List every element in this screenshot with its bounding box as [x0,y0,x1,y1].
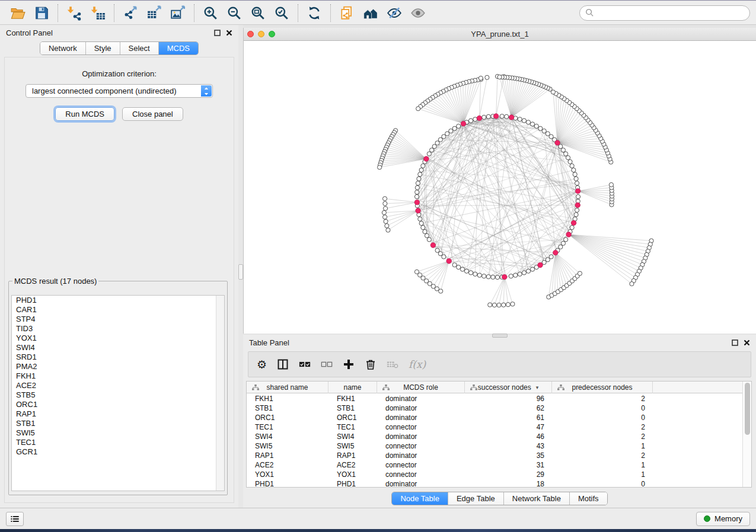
close-panel-button[interactable]: Close panel [122,107,183,121]
network-node[interactable] [491,275,495,279]
network-node[interactable] [574,213,578,217]
search-input[interactable] [598,8,744,18]
network-node[interactable] [530,122,534,126]
cell-mcds-role[interactable]: connector [377,441,465,451]
network-node[interactable] [534,124,538,128]
network-node[interactable] [511,302,515,306]
export-table-button[interactable] [142,4,166,23]
cell-successor-nodes[interactable]: 47 [465,422,552,432]
network-node[interactable] [382,215,387,219]
network-node[interactable] [429,148,433,152]
horizontal-splitter-handle[interactable] [492,334,508,338]
network-node[interactable] [522,271,526,275]
network-node[interactable] [564,238,568,242]
mcds-network-node[interactable] [502,274,508,280]
column-header-successor-nodes[interactable]: successor nodes▾ [465,382,552,393]
automation-panel-button[interactable] [6,512,24,526]
network-node[interactable] [526,269,530,273]
show-all-button[interactable] [406,4,430,23]
select-all-columns-button[interactable] [299,358,311,370]
network-node[interactable] [468,118,473,123]
cell-name[interactable]: ORC1 [328,413,377,422]
deselect-all-columns-button[interactable] [321,358,333,370]
network-node[interactable] [518,117,522,121]
network-node[interactable] [416,107,420,111]
cell-predecessor-nodes[interactable]: 0 [552,413,653,422]
table-row[interactable]: YOX1YOX1connector291 [247,470,742,479]
mcds-network-node[interactable] [461,121,466,126]
network-node[interactable] [495,275,499,279]
network-node[interactable] [502,303,506,307]
network-node[interactable] [457,124,461,128]
network-node[interactable] [438,137,442,142]
import-table-button[interactable] [86,4,110,23]
mcds-network-node[interactable] [446,258,452,264]
network-node[interactable] [382,197,387,201]
cell-shared-name[interactable]: PHD1 [247,479,328,488]
mcds-network-node[interactable] [424,156,429,162]
network-node[interactable] [421,225,425,229]
close-panel-icon[interactable] [226,30,232,36]
table-row[interactable]: SWI5SWI5connector431 [247,441,742,451]
window-zoom-button[interactable] [269,31,275,37]
cell-predecessor-nodes[interactable]: 0 [552,479,653,488]
cell-shared-name[interactable]: ACE2 [247,460,328,470]
float-panel-icon[interactable] [732,339,738,346]
network-node[interactable] [482,274,486,278]
network-node[interactable] [522,118,526,123]
cell-predecessor-nodes[interactable]: 1 [552,470,653,479]
network-node[interactable] [609,182,613,187]
mcds-network-node[interactable] [555,140,560,146]
network-node[interactable] [419,168,423,172]
cell-successor-nodes[interactable]: 29 [465,470,552,479]
window-minimize-button[interactable] [258,31,264,37]
open-file-button[interactable] [6,4,30,23]
memory-button[interactable]: Memory [696,512,750,526]
network-node[interactable] [576,194,580,198]
cell-predecessor-nodes[interactable]: 2 [552,422,653,432]
apply-layout-button[interactable] [302,4,326,23]
mcds-result-item[interactable]: FKH1 [12,371,216,381]
cell-shared-name[interactable]: ORC1 [247,413,328,422]
mcds-network-node[interactable] [414,200,420,205]
network-node[interactable] [486,275,490,279]
cell-successor-nodes[interactable]: 61 [465,413,552,422]
save-session-button[interactable] [30,4,53,23]
network-node[interactable] [423,229,427,233]
network-node[interactable] [526,120,530,124]
network-node[interactable] [492,303,496,307]
cell-shared-name[interactable]: RAP1 [247,451,328,460]
network-node[interactable] [452,263,457,267]
network-node[interactable] [513,273,518,277]
network-node[interactable] [485,75,489,79]
network-node[interactable] [575,208,579,212]
mcds-result-item[interactable]: STB5 [12,390,216,400]
network-node[interactable] [457,265,461,269]
column-header-name[interactable]: name [328,382,377,393]
column-menu-arrow-icon[interactable]: ▾ [536,384,539,390]
network-node[interactable] [574,177,578,181]
network-node[interactable] [427,238,431,242]
first-neighbors-button[interactable] [359,4,382,23]
network-node[interactable] [497,75,502,79]
scrollbar-thumb[interactable] [745,383,750,435]
mcds-result-item[interactable]: PMA2 [12,362,216,371]
cell-successor-nodes[interactable]: 96 [465,394,552,403]
mcds-result-item[interactable]: SWI5 [12,428,216,438]
network-node[interactable] [460,267,464,271]
zoom-fit-button[interactable] [246,4,270,23]
mcds-result-item[interactable]: TID3 [12,324,216,334]
cell-successor-nodes[interactable]: 31 [465,460,552,470]
mcds-network-node[interactable] [493,114,499,119]
vertical-splitter[interactable] [238,25,243,508]
cell-successor-nodes[interactable]: 35 [465,451,552,460]
network-node[interactable] [568,159,572,164]
network-node[interactable] [449,129,453,133]
mcds-result-item[interactable]: CAR1 [12,305,216,315]
mcds-network-node[interactable] [477,116,482,121]
table-settings-button[interactable]: ⚙ [257,358,267,370]
run-mcds-button[interactable]: Run MCDS [55,107,114,121]
network-node[interactable] [570,164,574,168]
network-node[interactable] [549,255,553,259]
network-node[interactable] [561,241,565,245]
